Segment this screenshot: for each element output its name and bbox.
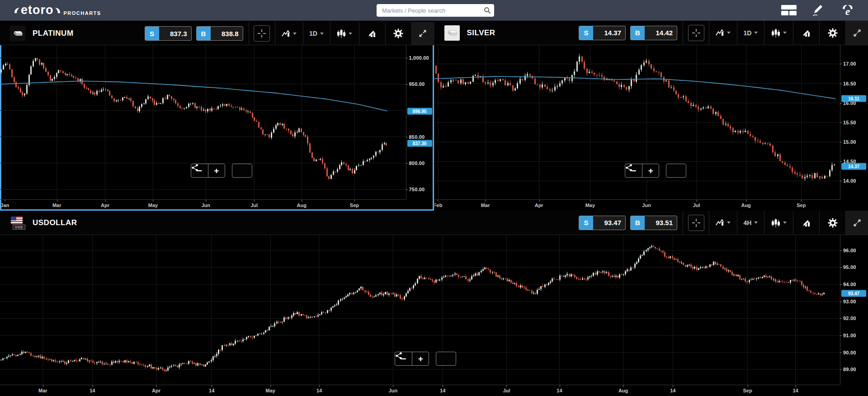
x-axis-tick: Sep (743, 388, 752, 393)
share-button[interactable] (232, 164, 252, 178)
x-axis-tick: Jun (202, 203, 211, 208)
buy-button[interactable]: B 838.8 (196, 26, 243, 41)
buy-button[interactable]: B 93.51 (630, 216, 677, 230)
crosshair-button[interactable] (254, 25, 270, 42)
chart-type-button[interactable] (709, 21, 737, 45)
crosshair-icon (692, 28, 701, 38)
expand-button[interactable] (845, 21, 868, 45)
drawing-tools-button[interactable] (359, 22, 385, 45)
sell-letter: S (579, 216, 593, 230)
candlestick-icon (771, 218, 780, 228)
x-axis-tick: Jul (503, 388, 510, 393)
buy-letter: B (631, 216, 645, 230)
y-axis-tick: 750.00 (409, 187, 425, 192)
instrument-name: SILVER (467, 28, 495, 38)
price-axis[interactable]: 96.0095.0094.0093.0092.0091.0090.0089.00… (840, 235, 868, 385)
instrument-name: USDOLLAR (33, 218, 77, 227)
candle-style-button[interactable] (764, 21, 793, 45)
candle-style-button[interactable] (764, 211, 793, 235)
draw-chart-icon (367, 29, 377, 38)
chart-panel-silver[interactable]: SILVER S 14.37 B 14.42 (434, 21, 868, 211)
instrument[interactable]: PLATINUM (0, 26, 139, 41)
layout-icon[interactable] (781, 5, 797, 16)
drawing-tools-button[interactable] (793, 211, 819, 235)
chart-panel-usdollar[interactable]: USD USDOLLAR S 93.47 B 93.51 (0, 211, 868, 396)
buy-button[interactable]: B 14.42 (630, 26, 677, 40)
sell-price: 93.47 (593, 219, 625, 226)
chart-type-button[interactable] (275, 22, 303, 45)
x-axis-tick: Sep (350, 203, 359, 208)
expand-button[interactable] (411, 22, 434, 45)
price-axis[interactable]: 1,000.00950.00850.00800.00750.00898.9583… (406, 45, 434, 199)
x-axis-tick: 14 (90, 388, 95, 393)
time-axis[interactable]: Mar14Apr14May14Jun14Jul14Aug14Sep14 (0, 385, 840, 396)
timeframe-label: 1D (309, 30, 317, 37)
price-tag: 837.30 (407, 140, 432, 147)
settings-button[interactable] (385, 22, 411, 45)
settings-button[interactable] (819, 21, 845, 45)
y-axis-tick: 1,000.00 (409, 55, 429, 61)
moving-average-line (0, 81, 387, 111)
candlestick-chart[interactable]: − + (0, 235, 840, 385)
x-axis-tick: 14 (670, 388, 675, 393)
panel-header: PLATINUM S 837.3 B 838.8 (0, 21, 434, 45)
instrument-name: PLATINUM (33, 29, 74, 38)
x-axis-tick: Aug (297, 203, 307, 208)
sell-price: 14.37 (593, 29, 625, 37)
timeframe-label: 1D (744, 29, 752, 37)
y-axis-tick: 800.00 (409, 160, 425, 166)
sell-button[interactable]: S 837.3 (145, 26, 192, 41)
expand-button[interactable] (845, 211, 868, 235)
y-axis-tick: 93.00 (843, 299, 856, 304)
etoro-bull-icon[interactable]: e (839, 4, 856, 17)
x-axis-tick: May (585, 203, 595, 208)
x-axis-tick: Jun (642, 203, 651, 208)
x-axis-tick: Apr (101, 203, 109, 208)
x-axis-tick: 14 (209, 388, 214, 393)
crosshair-button[interactable] (688, 215, 704, 231)
timeframe-button[interactable]: 1D (303, 22, 330, 45)
sell-button[interactable]: S 14.37 (579, 26, 626, 40)
crosshair-cell (249, 22, 275, 45)
chart-type-button[interactable] (709, 211, 737, 235)
gear-icon (828, 218, 838, 228)
chart-panel-platinum[interactable]: PLATINUM S 837.3 B 838.8 (0, 21, 434, 211)
time-axis[interactable]: FebMarAprMayJunJulAugSep (434, 199, 840, 211)
zoom-in-button[interactable]: + (412, 352, 429, 365)
zoom-in-button[interactable]: + (642, 164, 659, 177)
sell-button[interactable]: S 93.47 (579, 216, 626, 230)
instrument[interactable]: SILVER (434, 25, 574, 41)
instrument[interactable]: USD USDOLLAR (0, 215, 573, 231)
x-axis-tick: 14 (316, 388, 322, 393)
candlestick-icon (337, 28, 346, 38)
x-axis-tick: Sep (797, 203, 806, 208)
time-axis[interactable]: JanMarAprMayJunJulAugSep (0, 199, 406, 211)
candlestick-chart[interactable]: − + (0, 45, 406, 199)
settings-button[interactable] (819, 211, 845, 235)
candlestick-chart[interactable]: − + (434, 45, 840, 199)
trade-buttons: S 14.37 B 14.42 (573, 21, 683, 45)
share-icon (395, 352, 403, 360)
draw-pencil-icon[interactable] (811, 4, 825, 17)
timeframe-button[interactable]: 1D (737, 21, 764, 45)
crosshair-icon (257, 29, 266, 38)
timeframe-button[interactable]: 4H (737, 211, 764, 235)
sell-price: 837.3 (159, 30, 191, 38)
panel-header: USD USDOLLAR S 93.47 B 93.51 (0, 211, 868, 235)
chevron-down-icon (783, 32, 787, 34)
candle-style-button[interactable] (330, 22, 359, 45)
zoom-in-button[interactable]: + (208, 164, 225, 177)
share-button[interactable] (666, 164, 686, 178)
drawing-tools-button[interactable] (793, 21, 819, 45)
line-chart-icon (282, 30, 290, 38)
crosshair-button[interactable] (688, 25, 704, 41)
search-input[interactable] (377, 7, 481, 14)
line-chart-icon (716, 219, 724, 226)
share-button[interactable] (436, 352, 456, 366)
price-axis[interactable]: 17.0016.5016.0015.5015.0014.5014.0016.11… (840, 45, 868, 199)
procharts-label: PROCHARTS (64, 10, 101, 16)
search-box[interactable] (377, 4, 494, 17)
bull-horn-right-icon (54, 7, 61, 14)
search-icon[interactable] (481, 7, 494, 14)
chevron-down-icon (783, 222, 787, 224)
